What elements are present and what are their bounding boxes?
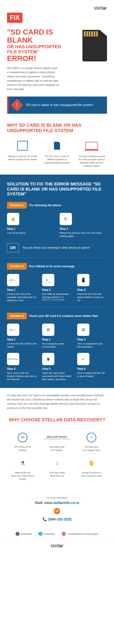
step-label: Step 6 — [77, 367, 107, 370]
control-panel-icon: ⊞ — [42, 324, 54, 336]
badge-item: ⚗ State-of-the-ArtClass 100 Clean Room F… — [7, 457, 38, 481]
connect-icon: ▭← — [7, 324, 19, 336]
why-heading: WHY SD CARD IS BLANK OR HAS UNSUPPORTED … — [0, 121, 114, 139]
apply-ok-icon: ✓ — [77, 353, 90, 365]
badge-main: State-of-the-Art — [15, 471, 30, 474]
atm-icon — [17, 141, 28, 150]
title-l4: ERROR! — [7, 54, 36, 62]
step-text: Click on Apply and then OK to save chang… — [77, 372, 107, 378]
step-label: Step 1 — [7, 288, 37, 292]
step-label: Step 4 — [7, 367, 37, 370]
badge-item: ↕ Free Door StepDrive Pick Up — [42, 457, 72, 481]
badge-item: ₹ No RecoveryNo Charge Policy — [76, 431, 107, 452]
social-gp[interactable]: G+/+StellarDataRecoveryGurgaon — [62, 532, 98, 536]
tuv-icon: TÜV — [18, 433, 27, 442]
more-info-label: For more information — [7, 496, 107, 499]
cleanroom-icon: ⚗ — [20, 460, 25, 466]
rupee-icon: ₹ — [87, 433, 96, 442]
closing-text: As Data loss from SD Card is an unavoida… — [0, 388, 114, 415]
or-circle: OR — [54, 508, 60, 514]
more-info-block: For more information Visit: www.stellari… — [0, 493, 114, 528]
visit-line: Visit: www.stellarinfo.co.in — [7, 501, 107, 505]
why-text: The SD Card is used on different platfor… — [42, 155, 72, 164]
step-note: (where "G" is the drive letter) — [42, 299, 72, 301]
badge-sub: Certified — [18, 449, 27, 452]
warning-icon: ! — [11, 99, 23, 111]
badge-main: Free Door Step — [49, 471, 65, 474]
step-text: Select the radio button associated with … — [42, 372, 72, 381]
or-badge: OR — [7, 243, 19, 252]
sd-card-icon — [82, 30, 107, 62]
badge-main: Strong Presence in — [82, 471, 101, 474]
step: ◉ Step 5 Select the radio button associa… — [42, 353, 72, 381]
solution2-head: Solution 2 Run Chkdsk to fix errors mess… — [7, 263, 107, 270]
step: 🖥 Step 3 Click on Appearance and Persona… — [77, 324, 107, 348]
title-l2: OR HAS UNSUPPORTED — [7, 44, 81, 49]
why-reasons-row: Attempt to remove SD CARD without turnin… — [0, 139, 114, 174]
step-text: Check the SD Card with phone whether it … — [77, 292, 107, 302]
or-text: You can check it by inserting in other d… — [22, 246, 90, 249]
badge-main: Microsoft Gold — [50, 446, 64, 448]
badge-item: Microsoft PartnerGold Independent Softwa… — [42, 431, 72, 452]
main-title: "SD CARD IS BLANK OR HAS UNSUPPORTED FIL… — [7, 28, 81, 62]
power-off-icon: ☝ — [7, 213, 19, 225]
sol2-desc: Run Chkdsk to fix errors message — [29, 265, 74, 268]
step-label: Step 1 — [7, 338, 37, 341]
radio-button-icon: ◉ — [42, 353, 54, 365]
step: ▭← Step 1 Connect the SD CARD to the sys… — [7, 324, 37, 348]
fix-badge: FIX — [7, 13, 22, 23]
visit-prefix: Visit: — [35, 501, 44, 505]
microsoft-partner-icon: Microsoft PartnerGold Independent Softwa… — [44, 435, 70, 440]
step-label: Step 2 — [42, 288, 72, 292]
intro-text: SD CARD is a storage device majorly used… — [0, 66, 67, 96]
social-fb[interactable]: f/stellardata — [16, 532, 32, 536]
sd-mini-icon — [54, 142, 60, 150]
badge-main: ISO 27001:2013 — [14, 446, 31, 448]
step-text: Connect the SD CARD to the system — [7, 342, 37, 348]
badge-sub: Drive Pick Up — [50, 474, 64, 477]
solution-title: SOLUTION TO FIX THE ERROR MESSAGE "SD CA… — [7, 182, 107, 197]
step-text: Click on Appearance and Personalization — [77, 342, 107, 348]
step-text: Turn off the phone — [7, 232, 54, 234]
title-l3: FILE SYSTEM" — [7, 49, 81, 54]
step: ☝ Step 1 Turn off the phone — [7, 213, 54, 238]
sol1-desc: Try rebooting the phone — [29, 204, 61, 207]
step: ↻ Step 2 Reboot the phone to see if SD c… — [60, 213, 107, 238]
badge-main: No Recovery — [85, 446, 98, 448]
step: ▭← Step 1 Connect SD card to the compute… — [7, 274, 37, 302]
step: 📱 Step 3 Check the SD Card with phone wh… — [77, 274, 107, 302]
connect-icon: ▭← — [7, 274, 19, 286]
error-callout: ! "SD card is blank or has unsupported f… — [7, 96, 107, 114]
gplus-icon: G+ — [62, 532, 66, 536]
badge-item: ✋ Strong Presence inUSA, Europe & Asia — [76, 457, 107, 481]
social-row: f/stellardata 𝕏/stellardata G+/+StellarD… — [0, 528, 114, 539]
badge-item: TÜV ISO 27001:2013Certified — [7, 431, 38, 452]
step: >_ Step 2 Run CMD as administrator and t… — [42, 274, 72, 302]
step-text: Run CMD as administrator and type chkdsk… — [42, 292, 72, 299]
step-text: Next, click on the File Explorer Options… — [7, 372, 37, 381]
brand-logo: stellar — [7, 5, 107, 11]
why-item: The card is being removed from the compu… — [76, 139, 107, 168]
why-item: The SD Card is used on different platfor… — [42, 139, 72, 168]
step: File Explorer Step 4 Next, click on the … — [7, 353, 37, 381]
social-tw[interactable]: 𝕏/stellardata — [38, 532, 55, 536]
why-item: Attempt to remove SD CARD without turnin… — [7, 139, 38, 168]
social-handle: /+StellarDataRecoveryGurgaon — [67, 532, 98, 535]
cmd-icon: >_ — [42, 274, 54, 286]
or-row: OR You can check it by inserting in othe… — [7, 243, 107, 252]
solution1-head: Solution 1 Try rebooting the phone — [7, 202, 107, 209]
hand-icon: ✋ — [88, 460, 95, 466]
file-explorer-icon: File Explorer — [7, 353, 19, 365]
why-choose-heading: WHY CHOOSE STELLAR DATA RECOVERY? — [0, 415, 114, 428]
phone-text: 1800-102-3232 — [48, 517, 72, 521]
phone-number[interactable]: 📞 1800-102-3232 — [7, 517, 107, 521]
sol2-label: Solution 2 — [7, 263, 27, 270]
sol1-label: Solution 1 — [7, 202, 27, 209]
sol3-desc: Check your SD Card if it contains some h… — [29, 314, 98, 318]
laptop-icon — [86, 142, 98, 150]
twitter-icon: 𝕏 — [38, 532, 42, 536]
step-label: Step 2 — [42, 338, 72, 341]
step-text: Connect SD card to the computer and make… — [7, 292, 37, 302]
visit-link[interactable]: www.stellarinfo.co.in — [44, 501, 79, 505]
step-text: Reboot the phone to see if SD card start… — [60, 232, 107, 238]
